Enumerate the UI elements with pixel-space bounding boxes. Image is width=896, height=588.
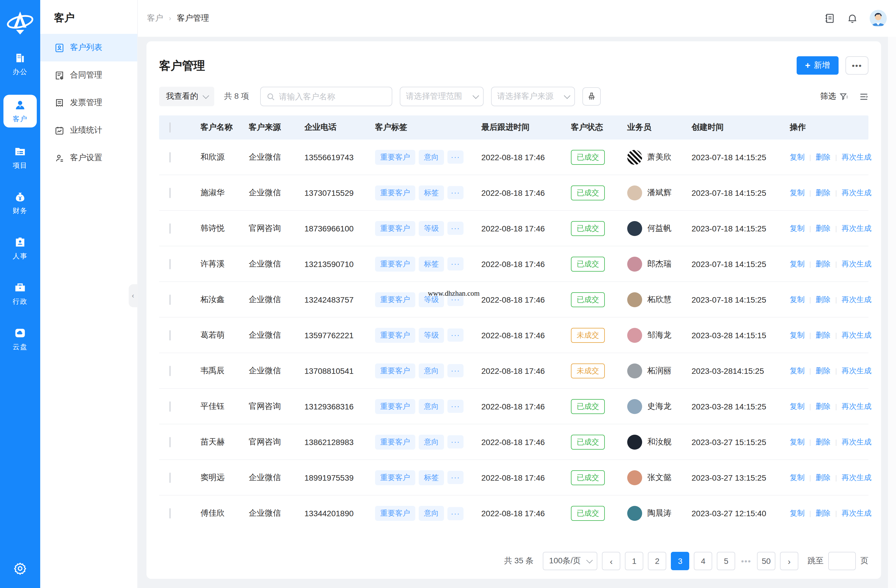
copy-action[interactable]: 复制	[790, 294, 805, 305]
jump-page-input[interactable]	[828, 552, 856, 570]
customer-tag[interactable]: 意向	[419, 506, 444, 521]
scrollbar-track[interactable]	[888, 37, 896, 588]
settings-gear-icon[interactable]	[13, 562, 27, 578]
customer-tag[interactable]: 标签	[419, 185, 444, 200]
tag-more-button[interactable]: ···	[447, 364, 463, 377]
tag-more-button[interactable]: ···	[447, 151, 463, 164]
customer-tag[interactable]: 重要客户	[375, 506, 415, 521]
tag-more-button[interactable]: ···	[447, 329, 463, 342]
rail-item-5[interactable]: 人事	[3, 234, 37, 264]
customer-tag[interactable]: 重要客户	[375, 149, 415, 165]
copy-action[interactable]: 复制	[790, 366, 805, 376]
row-checkbox[interactable]	[169, 330, 171, 340]
row-checkbox[interactable]	[169, 259, 171, 269]
customer-tag[interactable]: 重要客户	[375, 328, 415, 343]
regenerate-action[interactable]: 再次生成	[842, 437, 872, 447]
delete-action[interactable]: 删除	[815, 152, 830, 162]
sidebar-item-2[interactable]: 合同管理	[40, 61, 137, 89]
copy-action[interactable]: 复制	[790, 259, 805, 269]
breadcrumb-parent[interactable]: 客户	[147, 13, 163, 24]
delete-action[interactable]: 删除	[815, 330, 830, 340]
customer-tag[interactable]: 重要客户	[375, 399, 415, 414]
filter-toggle[interactable]: 筛选	[820, 91, 848, 102]
page-button-5[interactable]: 5	[717, 552, 736, 570]
row-checkbox[interactable]	[169, 437, 171, 447]
customer-tag[interactable]: 意向	[419, 399, 444, 414]
customer-tag[interactable]: 重要客户	[375, 470, 415, 485]
delete-action[interactable]: 删除	[815, 294, 830, 305]
delete-action[interactable]: 删除	[815, 187, 830, 198]
sidebar-collapse-handle[interactable]: ‹	[129, 284, 137, 307]
journal-icon[interactable]	[824, 13, 835, 24]
page-ellipsis[interactable]: •••	[741, 556, 751, 566]
copy-action[interactable]: 复制	[790, 223, 805, 233]
bell-icon[interactable]	[847, 13, 858, 24]
customer-tag[interactable]: 重要客户	[375, 434, 415, 449]
copy-action[interactable]: 复制	[790, 401, 805, 411]
copy-action[interactable]: 复制	[790, 508, 805, 518]
prev-page-button[interactable]: ‹	[602, 552, 620, 570]
customer-tag[interactable]: 标签	[419, 470, 444, 485]
customer-tag[interactable]: 重要客户	[375, 256, 415, 271]
regenerate-action[interactable]: 再次生成	[842, 472, 872, 483]
scope-select[interactable]: 请选择管理范围	[399, 87, 483, 106]
row-checkbox[interactable]	[169, 223, 171, 233]
select-all-checkbox[interactable]	[169, 122, 171, 133]
search-input[interactable]	[279, 92, 386, 101]
tag-more-button[interactable]: ···	[447, 400, 463, 413]
rail-item-7[interactable]: 云盘	[3, 324, 37, 354]
next-page-button[interactable]: ›	[780, 552, 798, 570]
sidebar-item-1[interactable]: 客户列表	[40, 34, 137, 61]
sidebar-item-4[interactable]: 业绩统计	[40, 117, 137, 144]
user-avatar[interactable]	[870, 10, 887, 27]
tag-more-button[interactable]: ···	[447, 257, 463, 270]
customer-tag[interactable]: 等级	[419, 328, 444, 343]
copy-action[interactable]: 复制	[790, 437, 805, 447]
regenerate-action[interactable]: 再次生成	[842, 187, 872, 198]
sidebar-item-3[interactable]: 发票管理	[40, 89, 137, 117]
delete-action[interactable]: 删除	[815, 508, 830, 518]
tag-more-button[interactable]: ···	[447, 471, 463, 484]
tag-more-button[interactable]: ···	[447, 222, 463, 235]
copy-action[interactable]: 复制	[790, 187, 805, 198]
tag-more-button[interactable]: ···	[447, 186, 463, 199]
regenerate-action[interactable]: 再次生成	[842, 294, 872, 305]
customer-tag[interactable]: 重要客户	[375, 221, 415, 236]
row-checkbox[interactable]	[169, 152, 171, 162]
customer-tag[interactable]: 标签	[419, 256, 444, 271]
copy-action[interactable]: 复制	[790, 330, 805, 340]
regenerate-action[interactable]: 再次生成	[842, 330, 872, 340]
delete-action[interactable]: 删除	[815, 259, 830, 269]
tag-more-button[interactable]: ···	[447, 507, 463, 520]
clear-filters-button[interactable]	[582, 87, 600, 106]
sidebar-item-5[interactable]: 客户设置	[40, 144, 137, 172]
regenerate-action[interactable]: 再次生成	[842, 223, 872, 233]
customer-tag[interactable]: 等级	[419, 221, 444, 236]
delete-action[interactable]: 删除	[815, 401, 830, 411]
customer-tag[interactable]: 意向	[419, 434, 444, 449]
delete-action[interactable]: 删除	[815, 437, 830, 447]
row-checkbox[interactable]	[169, 401, 171, 411]
list-icon[interactable]	[859, 91, 869, 101]
customer-tag[interactable]: 意向	[419, 149, 444, 165]
regenerate-action[interactable]: 再次生成	[842, 366, 872, 376]
rail-item-4[interactable]: 财务	[3, 188, 37, 218]
page-button-3[interactable]: 3	[671, 552, 690, 570]
copy-action[interactable]: 复制	[790, 152, 805, 162]
add-button[interactable]: + 新增	[796, 56, 838, 75]
tag-more-button[interactable]: ···	[447, 435, 463, 448]
page-button-50[interactable]: 50	[757, 552, 776, 570]
delete-action[interactable]: 删除	[815, 472, 830, 483]
customer-tag[interactable]: 重要客户	[375, 292, 415, 307]
customer-tag[interactable]: 重要客户	[375, 363, 415, 378]
page-button-2[interactable]: 2	[648, 552, 667, 570]
customer-name-search[interactable]	[260, 87, 392, 106]
regenerate-action[interactable]: 再次生成	[842, 259, 872, 269]
rail-item-6[interactable]: 行政	[3, 279, 37, 309]
rail-item-2[interactable]: 客户	[3, 95, 37, 128]
regenerate-action[interactable]: 再次生成	[842, 508, 872, 518]
page-button-1[interactable]: 1	[625, 552, 643, 570]
delete-action[interactable]: 删除	[815, 366, 830, 376]
view-scope-select[interactable]: 我查看的	[159, 87, 214, 106]
delete-action[interactable]: 删除	[815, 223, 830, 233]
